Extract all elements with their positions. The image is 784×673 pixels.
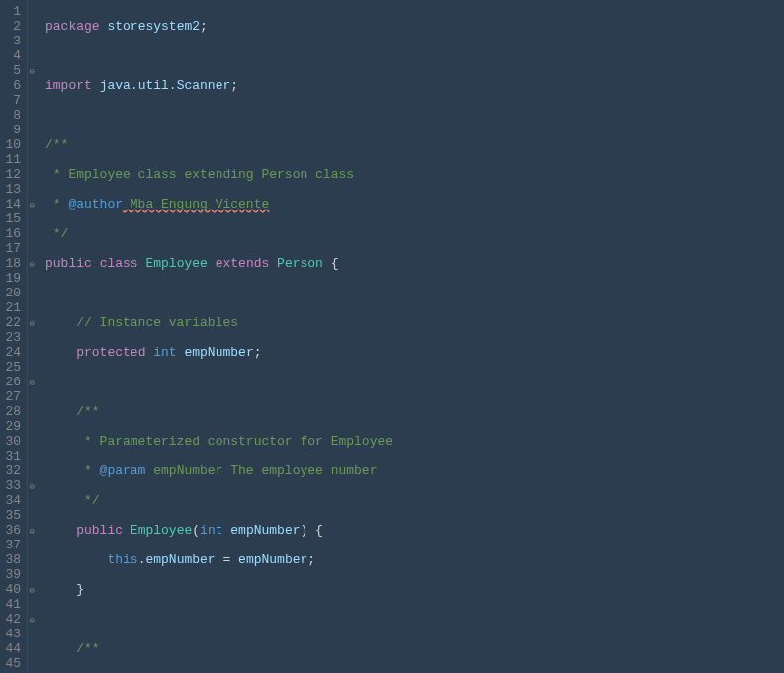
line-number: 39 xyxy=(4,567,21,582)
line-number: 15 xyxy=(4,211,21,226)
line-number: 35 xyxy=(4,508,21,523)
line-number: 33⊖ xyxy=(4,478,21,493)
code-line[interactable]: * Employee class extending Person class xyxy=(45,167,784,182)
line-number: 37 xyxy=(4,538,21,552)
fold-icon[interactable]: ⊖ xyxy=(25,584,35,594)
line-number: 10 xyxy=(4,137,21,152)
line-number: 17 xyxy=(4,241,21,256)
code-line[interactable]: /** xyxy=(45,404,784,419)
code-editor[interactable]: 1 2 3 4 5⊖ 6 7 8 9 10 11 12 13 14⊖ 15 16… xyxy=(0,0,784,673)
line-number: 20 xyxy=(4,286,21,300)
line-number: 12 xyxy=(4,167,21,182)
line-number: 2 xyxy=(4,19,21,34)
line-number: 18⊖ xyxy=(4,256,21,271)
line-number: 13 xyxy=(4,182,21,197)
fold-icon[interactable]: ⊖ xyxy=(25,377,35,386)
code-area[interactable]: package storesystem2; import java.util.S… xyxy=(28,0,784,673)
line-number: 4 xyxy=(4,48,21,63)
code-line[interactable] xyxy=(45,612,784,627)
line-number: 44 xyxy=(4,641,21,656)
line-number: 38 xyxy=(4,552,21,567)
line-number: 36⊖ xyxy=(4,523,21,538)
code-line[interactable]: * @param empNumber The employee number xyxy=(45,463,784,478)
line-number: 16 xyxy=(4,226,21,241)
code-line[interactable]: package storesystem2; xyxy=(45,19,784,34)
code-line[interactable] xyxy=(45,286,784,300)
line-number: 30 xyxy=(4,434,21,449)
line-number: 21 xyxy=(4,300,21,315)
code-line[interactable]: import java.util.Scanner; xyxy=(45,78,784,93)
line-number: 19 xyxy=(4,271,21,286)
fold-icon[interactable]: ⊖ xyxy=(25,317,35,327)
code-line[interactable]: * Parameterized constructor for Employee xyxy=(45,434,784,449)
line-number: 43 xyxy=(4,627,21,641)
line-number: 45 xyxy=(4,656,21,671)
line-number: 14⊖ xyxy=(4,197,21,211)
code-line[interactable]: } xyxy=(45,582,784,597)
line-gutter: 1 2 3 4 5⊖ 6 7 8 9 10 11 12 13 14⊖ 15 16… xyxy=(0,0,28,673)
code-line[interactable]: protected int empNumber; xyxy=(45,345,784,360)
line-number: 7 xyxy=(4,93,21,108)
line-number: 32 xyxy=(4,463,21,478)
code-line[interactable]: */ xyxy=(45,226,784,241)
fold-icon[interactable]: ⊖ xyxy=(25,199,35,209)
line-number: 24 xyxy=(4,345,21,360)
line-number: 5⊖ xyxy=(4,63,21,78)
line-number: 25 xyxy=(4,360,21,375)
line-number: 28 xyxy=(4,404,21,419)
fold-icon[interactable]: ⊖ xyxy=(25,525,35,535)
line-number: 40⊖ xyxy=(4,582,21,597)
line-number: 11 xyxy=(4,152,21,167)
code-line[interactable]: */ xyxy=(45,493,784,508)
fold-icon[interactable]: ⊖ xyxy=(25,614,35,624)
line-number: 42⊖ xyxy=(4,612,21,627)
line-number: 26⊖ xyxy=(4,375,21,389)
line-number: 6 xyxy=(4,78,21,93)
code-line[interactable]: public class Employee extends Person { xyxy=(45,256,784,271)
line-number: 31 xyxy=(4,449,21,463)
code-line[interactable]: /** xyxy=(45,641,784,656)
line-number: 29 xyxy=(4,419,21,434)
fold-icon[interactable]: ⊖ xyxy=(25,480,35,490)
code-line[interactable]: * @author Mba Engung Vicente xyxy=(45,197,784,211)
line-number: 41 xyxy=(4,597,21,612)
line-number: 27 xyxy=(4,389,21,404)
line-number: 34 xyxy=(4,493,21,508)
line-number: 3 xyxy=(4,34,21,48)
code-line[interactable] xyxy=(45,375,784,389)
code-line[interactable]: /** xyxy=(45,137,784,152)
code-line[interactable]: public Employee(int empNumber) { xyxy=(45,523,784,538)
line-number: 22⊖ xyxy=(4,315,21,330)
line-number: 9 xyxy=(4,123,21,137)
fold-icon[interactable]: ⊖ xyxy=(25,258,35,268)
fold-icon[interactable]: ⊖ xyxy=(25,65,35,75)
code-line[interactable] xyxy=(45,48,784,63)
code-line[interactable]: this.empNumber = empNumber; xyxy=(45,552,784,567)
code-line[interactable]: // Instance variables xyxy=(45,315,784,330)
line-number: 8 xyxy=(4,108,21,123)
line-number: 23 xyxy=(4,330,21,345)
line-number: 1 xyxy=(4,4,21,19)
code-line[interactable] xyxy=(45,108,784,123)
